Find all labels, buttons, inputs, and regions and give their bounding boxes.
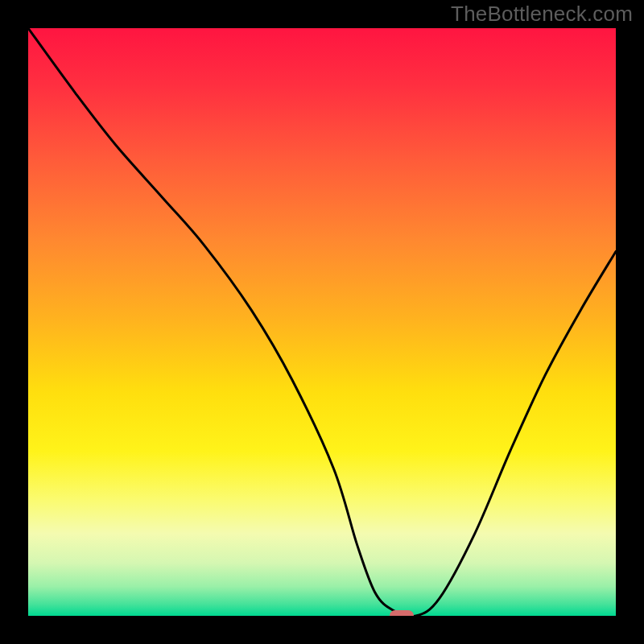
- optimal-marker: [390, 610, 414, 616]
- curve-layer: [28, 28, 616, 616]
- plot-area: [28, 28, 616, 616]
- chart-frame: TheBottleneck.com: [0, 0, 644, 644]
- bottleneck-curve: [28, 28, 616, 616]
- watermark-text: TheBottleneck.com: [451, 2, 633, 27]
